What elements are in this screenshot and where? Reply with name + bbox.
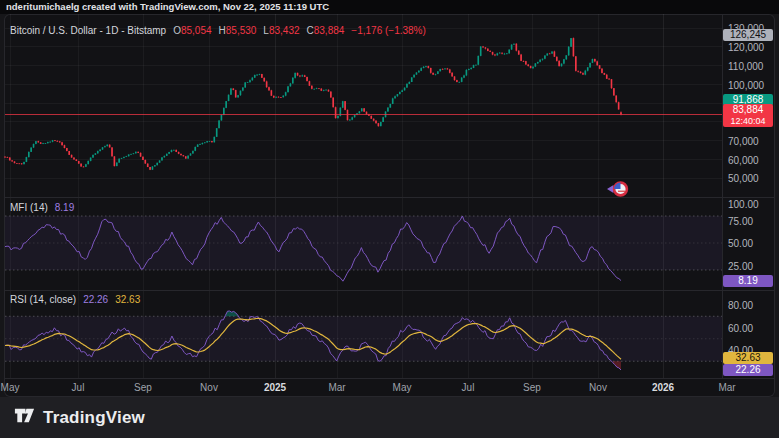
time-tick-label: Jul	[56, 382, 100, 393]
axis-tick-label: 70,000	[728, 136, 759, 147]
time-tick-label: Nov	[187, 382, 231, 393]
time-tick-label: 2026	[641, 382, 685, 393]
symbol-legend[interactable]: Bitcoin / U.S. Dollar - 1D - Bitstamp O8…	[10, 25, 426, 37]
axis-tick-label: 60.00	[728, 322, 753, 333]
time-tick-label: May	[0, 382, 32, 393]
time-tick-label: Mar	[705, 382, 749, 393]
flag-sticker-icon[interactable]	[604, 179, 630, 199]
last-price-badge: 83,88412:40:04	[723, 104, 773, 127]
symbol-title: Bitcoin / U.S. Dollar - 1D - Bitstamp	[10, 25, 166, 37]
rsi-ma-value-badge: 32.63	[723, 352, 773, 364]
ohlc-low: L83,432	[263, 25, 299, 37]
ohlc-open: O85,054	[173, 25, 211, 37]
tradingview-logo-icon[interactable]	[13, 404, 36, 431]
rsi-title: RSI (14, close)	[10, 294, 76, 306]
chart-canvas[interactable]	[4, 14, 775, 397]
axis-tick-label: 60,000	[728, 155, 759, 166]
ohlc-high: H85,530	[219, 25, 257, 37]
axis-tick-label: 120,000	[728, 42, 764, 53]
time-tick-label: Jul	[446, 382, 490, 393]
mfi-legend[interactable]: MFI (14) 8.19	[10, 202, 74, 214]
rsi-value-badge: 22.26	[723, 364, 773, 376]
time-tick-label: Nov	[576, 382, 620, 393]
rsi-legend[interactable]: RSI (14, close) 22.26 32.63	[10, 294, 140, 306]
rsi-value: 22.26	[83, 294, 108, 306]
tradingview-screenshot: nderitumichaelg created with TradingView…	[0, 0, 779, 438]
axis-tick-label: 110,000	[728, 61, 763, 72]
axis-tick-label: 50,000	[728, 173, 759, 184]
mfi-value: 8.19	[55, 202, 74, 214]
axis-tick-label: 25.00	[728, 260, 753, 271]
time-tick-label: Sep	[121, 382, 165, 393]
ohlc-close: C83,884	[307, 25, 345, 37]
time-tick-label: May	[380, 382, 424, 393]
axis-tick-label: 80.00	[728, 300, 753, 311]
axis-tick-label: 50.00	[728, 238, 753, 249]
time-tick-label: Sep	[510, 382, 554, 393]
axis-tick-label: 75.00	[728, 215, 753, 226]
mfi-value-badge: 8.19	[723, 275, 773, 287]
change-value: −1,176 (−1.38%)	[351, 25, 426, 37]
axis-tick-label: 100,000	[728, 80, 764, 91]
high-price-badge: 126,245	[723, 29, 773, 41]
tradingview-wordmark[interactable]: TradingView	[43, 408, 145, 428]
time-tick-label: 2025	[253, 382, 297, 393]
bar-close-countdown: 12:40:04	[726, 116, 770, 127]
mfi-title: MFI (14)	[10, 202, 48, 214]
chart-card	[4, 14, 775, 397]
rsi-ma-value: 32.63	[115, 294, 140, 306]
attribution-bar: nderitumichaelg created with TradingView…	[0, 0, 779, 14]
chart-svg[interactable]	[4, 14, 775, 397]
footer-bar: TradingView	[0, 397, 779, 438]
time-tick-label: Mar	[315, 382, 359, 393]
axis-tick-label: 100.00	[728, 199, 759, 210]
attribution-text: nderitumichaelg created with TradingView…	[6, 1, 329, 12]
